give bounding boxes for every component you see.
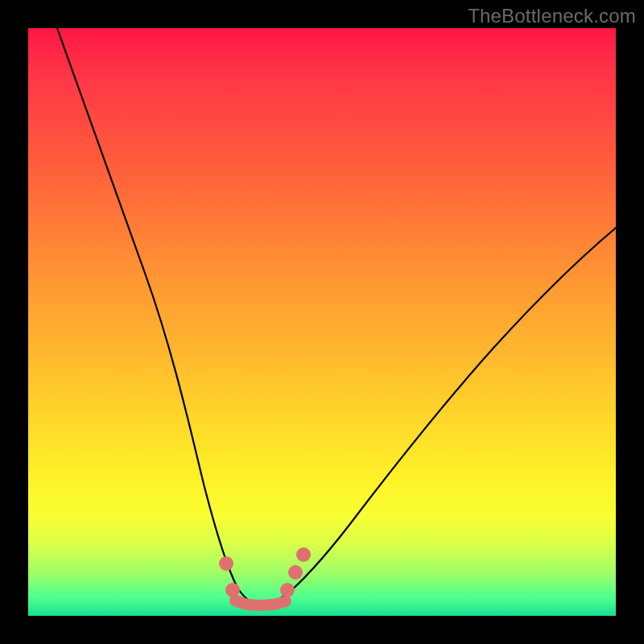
highlight-dot: [225, 583, 240, 597]
outer-frame: TheBottleneck.com: [0, 0, 644, 644]
watermark-text: TheBottleneck.com: [468, 5, 636, 27]
highlight-dot: [280, 583, 295, 597]
chart-svg: [28, 28, 616, 616]
highlight-dot: [219, 556, 233, 571]
bottleneck-curve: [57, 28, 616, 604]
highlight-dot: [288, 565, 303, 580]
optimal-flat-segment: [235, 601, 286, 605]
plot-gradient-area: [28, 28, 616, 616]
highlight-dot: [296, 547, 311, 562]
